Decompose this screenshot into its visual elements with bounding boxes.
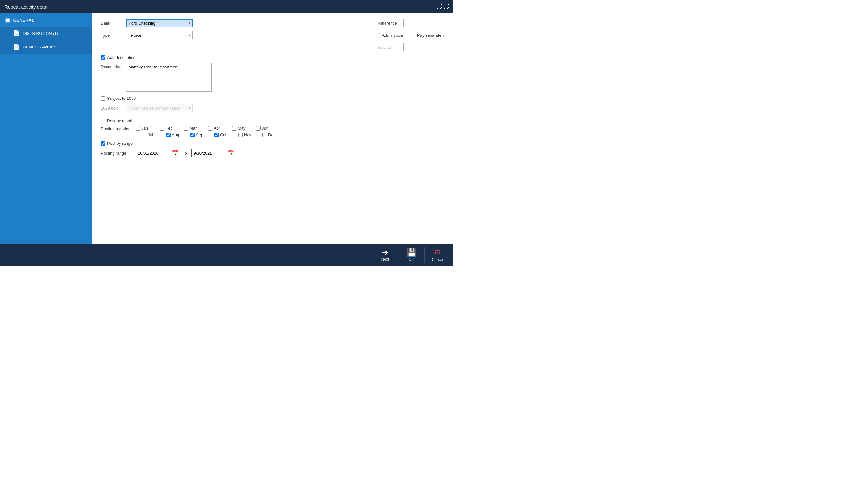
posting-range-from-input[interactable] (136, 149, 167, 157)
footer-separator-2 (425, 248, 425, 263)
box1099-select[interactable]: Nonemployee compensation (126, 104, 193, 112)
description-textarea[interactable]: Monthly Rent for Apartment (126, 63, 212, 91)
post-by-range-label: Post by range (107, 141, 132, 146)
monitor-icon: ▣ (5, 16, 11, 24)
month-oct[interactable]: Oct (214, 132, 233, 137)
month-may-checkbox[interactable] (232, 126, 236, 131)
months-row-1: Jan Feb Mar Apr (136, 126, 282, 131)
invoice-input[interactable] (403, 43, 444, 51)
ok-button[interactable]: 💾 OK (403, 248, 419, 262)
from-calendar-icon[interactable]: 📅 (171, 149, 178, 157)
posting-range-label: Posting range (101, 151, 132, 155)
add-invoice-checkbox[interactable] (376, 33, 380, 38)
to-calendar-icon[interactable]: 📅 (227, 149, 234, 157)
type-label: Type (101, 33, 123, 38)
expand-icon[interactable]: ⛶ (444, 4, 449, 10)
post-by-range-checkbox[interactable] (101, 141, 105, 146)
main-layout: ▣ GENERAL 📄 DISTRIBUTION (1) 📄 DEMOGRAPH… (0, 13, 453, 244)
month-mar-checkbox[interactable] (184, 126, 188, 131)
month-feb[interactable]: Feb (160, 126, 179, 131)
box1099-label: 1099 box (101, 106, 123, 110)
ok-label: OK (408, 257, 414, 262)
month-jun-checkbox[interactable] (256, 126, 261, 131)
pay-separately-checkbox-label[interactable]: Pay separately (411, 33, 444, 38)
cancel-icon: ⦻ (433, 248, 442, 257)
next-button[interactable]: ➔ Next (377, 248, 393, 262)
sidebar-general-label: GENERAL (13, 18, 34, 23)
title-bar-icons: ⛶ ⛶ (437, 4, 449, 10)
dialog-title: Repeat activity detail (4, 4, 48, 10)
month-jan[interactable]: Jan (136, 126, 155, 131)
title-bar: Repeat activity detail ⛶ ⛶ (0, 0, 453, 13)
month-mar[interactable]: Mar (184, 126, 203, 131)
next-label: Next (381, 257, 389, 262)
add-description-checkbox[interactable] (101, 56, 105, 60)
bank-label: Bank (101, 21, 123, 26)
bank-select[interactable]: Ford Checking (126, 19, 193, 27)
subject-1099-checkbox-label[interactable]: Subject to 1099 (101, 96, 444, 101)
footer-separator-1 (398, 248, 399, 263)
month-feb-checkbox[interactable] (160, 126, 164, 131)
month-jul[interactable]: Jul (142, 132, 161, 137)
add-description-label: Add description (107, 55, 136, 60)
sidebar-item-distribution[interactable]: 📄 DISTRIBUTION (1) (0, 27, 92, 40)
month-jun[interactable]: Jun (256, 126, 275, 131)
sidebar-item-demographics[interactable]: 📄 DEMOGRAPHICS (0, 40, 92, 54)
box1099-select-wrap: Nonemployee compensation (126, 104, 193, 112)
add-invoice-checkbox-label[interactable]: Add invoice (376, 33, 403, 38)
cancel-button[interactable]: ⦻ Cancel (430, 248, 446, 262)
bank-select-wrap: Ford Checking (126, 19, 193, 27)
sidebar-item-demographics-label: DEMOGRAPHICS (23, 45, 57, 49)
posting-months-label: Posting months (101, 126, 132, 131)
month-dec[interactable]: Dec (262, 132, 282, 137)
month-aug-checkbox[interactable] (166, 133, 171, 137)
subject-1099-label: Subject to 1099 (107, 96, 136, 101)
add-invoice-label: Add invoice (382, 33, 403, 38)
month-may[interactable]: May (232, 126, 251, 131)
month-oct-checkbox[interactable] (214, 133, 219, 137)
next-icon: ➔ (382, 248, 389, 256)
invoice-label: Invoice (378, 45, 400, 50)
to-label: To (183, 151, 187, 155)
reference-input[interactable] (403, 19, 444, 27)
month-jan-checkbox[interactable] (136, 126, 140, 131)
month-aug[interactable]: Aug (166, 132, 185, 137)
pay-separately-label: Pay separately (417, 33, 444, 38)
add-description-checkbox-label[interactable]: Add description (101, 55, 444, 60)
type-select[interactable]: Invoice (126, 31, 193, 39)
sidebar-item-distribution-label: DISTRIBUTION (1) (23, 31, 58, 36)
post-by-month-checkbox-label[interactable]: Post by month (101, 118, 444, 123)
subject-1099-checkbox[interactable] (101, 96, 105, 101)
description-label: Description: (101, 63, 123, 69)
sidebar-general-section: ▣ GENERAL (0, 13, 92, 27)
months-row-2: Jul Aug Sep Oct (142, 132, 282, 137)
month-dec-checkbox[interactable] (262, 133, 267, 137)
cancel-label: Cancel (432, 257, 443, 262)
ok-icon: 💾 (406, 248, 417, 256)
document-icon-distribution: 📄 (13, 30, 20, 37)
month-apr[interactable]: Apr (208, 126, 227, 131)
month-sep[interactable]: Sep (190, 132, 209, 137)
post-by-month-label: Post by month (107, 118, 133, 123)
month-jul-checkbox[interactable] (142, 133, 146, 137)
month-nov[interactable]: Nov (239, 132, 257, 137)
footer: ➔ Next 💾 OK ⦻ Cancel (0, 244, 453, 266)
reference-label: Reference (378, 21, 400, 26)
posting-range-to-input[interactable] (191, 149, 223, 157)
post-by-range-checkbox-label[interactable]: Post by range (101, 141, 444, 146)
month-nov-checkbox[interactable] (239, 133, 243, 137)
type-select-wrap: Invoice (126, 31, 193, 39)
sidebar: ▣ GENERAL 📄 DISTRIBUTION (1) 📄 DEMOGRAPH… (0, 13, 92, 244)
document-icon-demographics: 📄 (13, 43, 20, 50)
month-apr-checkbox[interactable] (208, 126, 212, 131)
content-area: Bank Ford Checking Reference Type Invoic… (92, 13, 453, 244)
month-sep-checkbox[interactable] (190, 133, 195, 137)
pay-separately-checkbox[interactable] (411, 33, 415, 38)
maximize-icon[interactable]: ⛶ (437, 4, 442, 10)
post-by-month-checkbox[interactable] (101, 119, 105, 123)
